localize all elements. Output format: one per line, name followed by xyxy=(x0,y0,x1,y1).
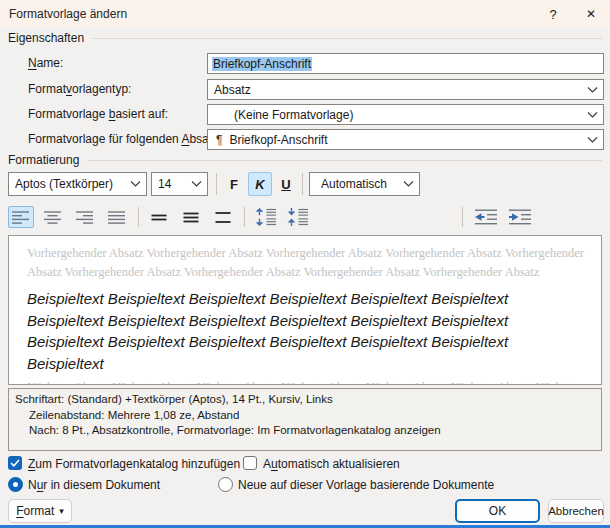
style-description-box: Schriftart: (Standard) +Textkörper (Apto… xyxy=(8,388,602,451)
based-on-label: Formatvorlage basiert auf: xyxy=(28,107,168,121)
style-description-line: Nach: 8 Pt., Absatzkontrolle, Formatvorl… xyxy=(15,423,595,439)
close-button[interactable]: ✕ xyxy=(576,0,606,28)
formatting-section-label: Formatierung xyxy=(8,153,79,167)
chevron-down-icon xyxy=(186,173,207,195)
format-menu-button[interactable]: Format ▾ xyxy=(8,499,72,523)
toolbar-separator xyxy=(462,207,463,227)
align-left-icon xyxy=(12,211,30,224)
next-paragraph-style-value: Briefkopf-Anschrift xyxy=(229,133,582,147)
dropdown-arrow-icon: ▾ xyxy=(59,506,64,516)
dialog-title: Formatvorlage ändern xyxy=(9,7,127,21)
italic-button[interactable]: K xyxy=(248,172,272,196)
align-center-icon xyxy=(44,211,62,224)
increase-indent-button[interactable] xyxy=(506,206,534,228)
ok-label: OK xyxy=(489,504,506,518)
automatically-update-checkbox[interactable] xyxy=(243,456,257,470)
font-family-dropdown[interactable]: Aptos (Textkörper) xyxy=(8,172,147,196)
pilcrow-icon: ¶ xyxy=(208,133,229,147)
help-button[interactable]: ? xyxy=(538,0,568,28)
style-description-line: Zeilenabstand: Mehrere 1,08 ze, Abstand xyxy=(15,408,595,424)
section-divider xyxy=(92,38,602,39)
font-color-value: Automatisch xyxy=(310,177,398,191)
previous-paragraph-text: Vorhergehender Absatz Vorhergehender Abs… xyxy=(27,244,587,282)
chevron-down-icon xyxy=(582,80,603,99)
next-paragraph-text: Nächster Absatz Nächster Absatz Nächster… xyxy=(27,378,587,385)
section-divider xyxy=(87,160,602,161)
modify-style-dialog: Formatvorlage ändern ? ✕ Eigenschaften N… xyxy=(0,0,610,528)
decrease-indent-icon xyxy=(474,209,498,225)
align-justify-icon xyxy=(108,211,126,224)
bold-button[interactable]: F xyxy=(222,172,246,196)
chevron-down-icon xyxy=(125,173,146,195)
align-justify-button[interactable] xyxy=(104,206,130,228)
increase-paragraph-spacing-button[interactable] xyxy=(252,206,280,228)
toolbar-separator xyxy=(302,173,303,195)
style-type-value: Absatz xyxy=(208,83,582,97)
next-paragraph-style-label: Formatvorlage für folgenden Absatz: xyxy=(28,132,221,146)
chevron-down-icon xyxy=(582,130,603,149)
style-name-value: Briefkopf-Anschrift xyxy=(212,57,312,71)
line-spacing-double-button[interactable] xyxy=(210,206,236,228)
style-type-dropdown[interactable]: Absatz xyxy=(207,79,604,100)
decrease-indent-button[interactable] xyxy=(472,206,500,228)
toolbar-separator xyxy=(244,207,245,227)
font-size-value: 14 xyxy=(152,177,186,191)
font-family-value: Aptos (Textkörper) xyxy=(9,177,125,191)
font-size-dropdown[interactable]: 14 xyxy=(151,172,208,196)
add-to-style-gallery-label: Zum Formatvorlagenkatalog hinzufügen xyxy=(28,457,240,471)
properties-section-label: Eigenschaften xyxy=(8,31,84,45)
new-documents-based-on-template-label: Neue auf dieser Vorlage basierende Dokum… xyxy=(238,478,494,492)
font-color-dropdown[interactable]: Automatisch xyxy=(309,172,420,196)
new-documents-based-on-template-radio[interactable] xyxy=(218,477,233,492)
line-spacing-single-icon xyxy=(150,211,168,224)
next-paragraph-style-dropdown[interactable]: ¶ Briefkopf-Anschrift xyxy=(207,129,604,150)
chevron-down-icon xyxy=(582,105,603,124)
format-menu-label: Format xyxy=(16,504,54,518)
based-on-dropdown[interactable]: (Keine Formatvorlage) xyxy=(207,104,604,125)
align-center-button[interactable] xyxy=(40,206,66,228)
sample-text: Beispieltext Beispieltext Beispieltext B… xyxy=(27,288,587,374)
align-right-button[interactable] xyxy=(72,206,98,228)
line-spacing-double-icon xyxy=(214,211,232,224)
line-spacing-1-5-icon xyxy=(182,211,200,224)
close-icon: ✕ xyxy=(586,7,596,21)
based-on-value: (Keine Formatvorlage) xyxy=(208,108,582,122)
align-left-button[interactable] xyxy=(8,206,34,228)
style-description-line: Schriftart: (Standard) +Textkörper (Apto… xyxy=(15,392,595,408)
decrease-paragraph-spacing-icon xyxy=(287,208,309,226)
chevron-down-icon xyxy=(398,173,419,195)
toolbar-separator xyxy=(138,207,139,227)
add-to-style-gallery-checkbox[interactable] xyxy=(8,456,22,470)
automatically-update-label: Automatisch aktualisieren xyxy=(263,457,400,471)
toolbar-separator xyxy=(216,173,217,195)
style-type-label: Formatvorlagentyp: xyxy=(28,82,131,96)
increase-paragraph-spacing-icon xyxy=(255,208,277,226)
decrease-paragraph-spacing-button[interactable] xyxy=(284,206,312,228)
increase-indent-icon xyxy=(508,209,532,225)
checkmark-icon xyxy=(10,459,20,467)
name-label: Name: xyxy=(28,56,63,70)
help-icon: ? xyxy=(549,7,556,22)
properties-section-header: Eigenschaften xyxy=(8,31,602,45)
formatting-section-header: Formatierung xyxy=(8,153,602,167)
cancel-button[interactable]: Abbrechen xyxy=(548,499,604,523)
underline-button[interactable]: U xyxy=(274,172,298,196)
line-spacing-1-5-button[interactable] xyxy=(178,206,204,228)
titlebar: Formatvorlage ändern xyxy=(0,0,610,28)
style-name-input[interactable]: Briefkopf-Anschrift xyxy=(207,53,604,74)
line-spacing-single-button[interactable] xyxy=(146,206,172,228)
only-in-this-document-radio[interactable] xyxy=(8,477,23,492)
align-right-icon xyxy=(76,211,94,224)
style-preview-pane: Vorhergehender Absatz Vorhergehender Abs… xyxy=(8,235,602,385)
cancel-label: Abbrechen xyxy=(548,505,604,517)
ok-button[interactable]: OK xyxy=(455,499,540,523)
only-in-this-document-label: Nur in diesem Dokument xyxy=(28,478,160,492)
